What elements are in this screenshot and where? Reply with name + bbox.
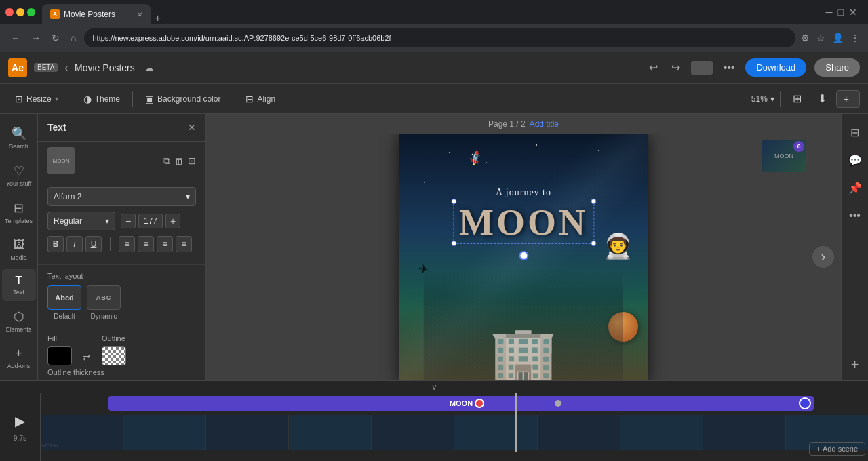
canvas-next-btn[interactable]: › <box>812 246 834 268</box>
rotate-handle[interactable] <box>519 251 528 260</box>
toolbar-separator-4 <box>780 91 781 107</box>
sidebar-item-media[interactable]: 🖼 Media <box>2 233 36 266</box>
delete-icon[interactable]: 🗑 <box>174 155 184 167</box>
panel-close-btn[interactable]: ✕ <box>188 122 196 133</box>
handle-br[interactable] <box>591 241 596 246</box>
page-thumbnail-card[interactable]: MOON 6 <box>762 140 806 172</box>
cloud-save-icon[interactable]: ☁ <box>144 62 154 73</box>
poster-title-area[interactable]: A journey to MOON <box>411 187 635 244</box>
red-marker[interactable] <box>475 399 484 408</box>
add-right-btn[interactable]: + <box>851 357 859 373</box>
sidebar-item-yourstuff[interactable]: ♡ Your stuff <box>2 158 36 193</box>
comments-btn[interactable]: 💬 <box>843 148 867 172</box>
underline-btn[interactable]: U <box>85 236 102 252</box>
align-center-btn[interactable]: ≡ <box>138 236 154 252</box>
movie-poster[interactable]: 🚀 A journey to MOON <box>399 134 648 380</box>
download-icon-btn[interactable]: ⬇ <box>811 89 833 108</box>
layout-dynamic[interactable]: ABC Dynamic <box>87 285 121 320</box>
new-tab-btn[interactable]: + <box>155 12 161 24</box>
handle-tl[interactable] <box>451 199 456 204</box>
main-toolbar: ⊡ Resize ▾ ◑ Theme ▣ Background color ⊟ … <box>0 84 868 114</box>
video-frame-2 <box>123 415 206 450</box>
more-options-icon[interactable]: ⊡ <box>188 155 196 167</box>
heart-icon: ♡ <box>14 163 24 178</box>
browser-tab[interactable]: A Movie Posters ✕ <box>42 4 151 24</box>
outline-label: Outline <box>102 334 126 342</box>
video-strip[interactable]: MOON <box>41 415 868 450</box>
swap-btn[interactable]: ⇄ <box>83 352 91 363</box>
list-btn[interactable]: ≡ <box>176 236 192 252</box>
sidebar-item-addons[interactable]: + Add-ons <box>2 341 36 375</box>
play-btn[interactable]: ▶ <box>15 413 25 429</box>
bg-color-icon: ▣ <box>145 94 154 104</box>
theme-button[interactable]: ◑ Theme <box>77 90 127 108</box>
forward-btn[interactable]: → <box>28 30 43 46</box>
resize-button[interactable]: ⊡ Resize ▾ <box>8 90 65 108</box>
timeline-collapse[interactable]: ∨ <box>0 381 868 393</box>
profile-icon[interactable]: 👤 <box>832 33 844 43</box>
redo-btn[interactable]: ↪ <box>669 58 683 77</box>
undo-btn[interactable]: ↩ <box>646 58 660 77</box>
share-icon-btn[interactable]: 📌 <box>843 176 867 200</box>
color-swatch-header[interactable] <box>691 61 713 75</box>
italic-btn[interactable]: I <box>66 236 83 252</box>
align-button[interactable]: ⊟ Align <box>239 90 282 108</box>
add-title-btn[interactable]: Add title <box>530 119 559 129</box>
close-btn[interactable]: ✕ <box>849 7 857 18</box>
star-icon[interactable]: ☆ <box>816 33 825 43</box>
minimize-btn[interactable]: ─ <box>826 7 833 18</box>
address-bar[interactable]: https://new.express.adobe.com/id/urn:aai… <box>84 28 795 47</box>
font-size-increase-btn[interactable]: + <box>165 214 180 228</box>
duplicate-icon[interactable]: ⧉ <box>163 155 170 167</box>
media-icon: 🖼 <box>13 238 25 252</box>
poster-main-title: MOON <box>459 204 588 241</box>
mid-marker[interactable] <box>555 400 561 407</box>
share-button[interactable]: Share <box>814 58 860 77</box>
handle-bl[interactable] <box>451 241 456 246</box>
tab-close-btn[interactable]: ✕ <box>137 11 142 18</box>
moon-track-bar[interactable]: MOON <box>108 396 814 411</box>
layers-btn[interactable]: ⊟ <box>845 121 865 144</box>
outline-color-swatch[interactable] <box>102 346 126 365</box>
add-btn[interactable]: + <box>836 90 860 108</box>
font-style-select[interactable]: Regular ▾ <box>47 212 115 230</box>
grid-view-btn[interactable]: ⊞ <box>786 89 808 108</box>
bold-btn[interactable]: B <box>47 236 64 252</box>
home-btn[interactable]: ⌂ <box>68 30 79 46</box>
download-button[interactable]: Download <box>745 58 806 77</box>
refresh-btn[interactable]: ↻ <box>49 30 62 46</box>
more-btn[interactable]: ••• <box>721 59 738 77</box>
collapse-icon[interactable]: ∨ <box>431 382 437 392</box>
add-scene-btn[interactable]: + Add scene <box>809 442 865 456</box>
menu-icon[interactable]: ⋮ <box>850 33 860 43</box>
blue-marker[interactable] <box>799 397 811 409</box>
sidebar-item-templates[interactable]: ⊟ Templates <box>2 195 36 230</box>
handle-tr[interactable] <box>591 199 596 204</box>
font-family-select[interactable]: Alfarn 2 ▾ <box>47 187 196 206</box>
extension-icon[interactable]: ⚙ <box>801 33 810 43</box>
timeline-tracks[interactable]: MOON ▼ <box>41 393 868 461</box>
page-thumbnail-panel: MOON 6 <box>762 140 806 172</box>
font-size-decrease-btn[interactable]: − <box>121 214 136 228</box>
more-right-btn[interactable]: ••• <box>844 204 866 227</box>
fill-color-swatch[interactable] <box>47 346 72 365</box>
bg-color-button[interactable]: ▣ Background color <box>138 90 227 108</box>
layout-default[interactable]: Abcd Default <box>47 285 81 320</box>
right-sidebar: ⊟ 💬 📌 ••• + <box>841 114 868 380</box>
sidebar-item-elements[interactable]: ⬡ Elements <box>2 304 36 338</box>
back-btn[interactable]: ← <box>8 30 23 46</box>
font-size-input[interactable]: 177 <box>138 214 163 228</box>
project-title: Movie Posters <box>75 62 135 73</box>
toolbar-separator-3 <box>233 91 233 107</box>
nav-back-icon[interactable]: ‹ <box>64 62 68 73</box>
align-icon: ⊟ <box>245 94 254 104</box>
tab-title: Movie Posters <box>64 9 115 19</box>
align-left-btn[interactable]: ≡ <box>119 236 135 252</box>
canvas-scroll[interactable]: 🚀 A journey to MOON <box>206 134 841 380</box>
moon-track-row: MOON ▼ <box>41 393 868 414</box>
sidebar-item-search[interactable]: 🔍 Search <box>2 121 36 155</box>
zoom-dropdown[interactable]: ▾ <box>770 94 774 104</box>
align-right-btn[interactable]: ≡ <box>157 236 173 252</box>
maximize-btn[interactable]: □ <box>838 7 844 18</box>
sidebar-item-text[interactable]: T Text <box>2 269 36 301</box>
